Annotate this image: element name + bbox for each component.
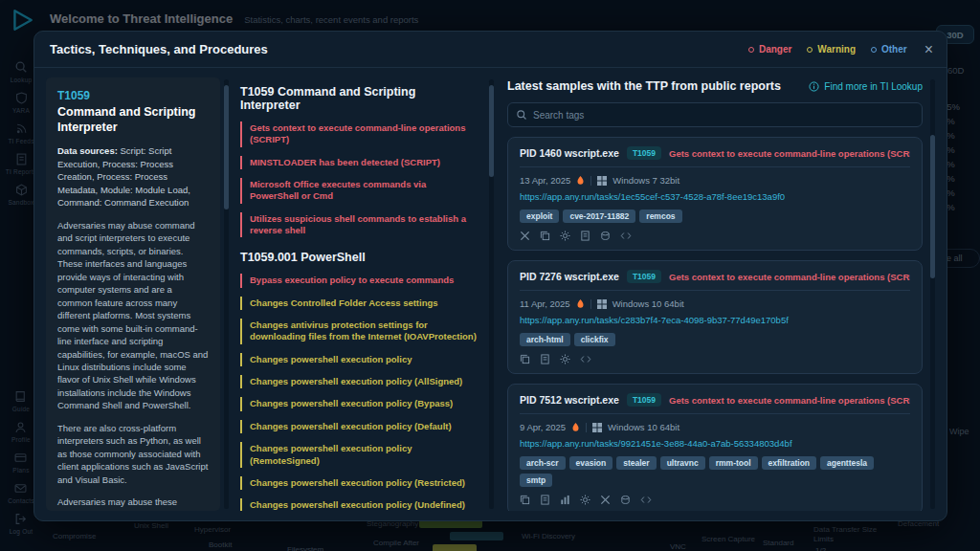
sample-card-header: PID 7276 wscript.exe T1059 Gets context … xyxy=(520,270,910,291)
scrollbar-middle[interactable] xyxy=(489,79,494,509)
tag[interactable]: arch-scr xyxy=(520,456,566,470)
technique-details-panel: T1059 Command and Scripting Interpreter … xyxy=(46,77,220,511)
ttp-item[interactable]: Changes powershell execution policy (Byp… xyxy=(240,397,478,410)
sample-tags: arch-screvasionstealerultravncrmm-toolex… xyxy=(520,456,910,487)
ttp-item[interactable]: Gets context to execute command-line ope… xyxy=(240,121,478,147)
samples-panel-title: Latest samples with the TTP from public … xyxy=(507,79,781,93)
ttp-item[interactable]: Changes powershell execution policy (Def… xyxy=(240,420,478,433)
sample-os: Windows 7 32bit xyxy=(612,175,679,186)
code-icon[interactable] xyxy=(620,231,632,241)
tag[interactable]: cve-2017-11882 xyxy=(563,209,635,223)
samples-list: PID 1460 wscript.exe T1059 Gets context … xyxy=(507,137,923,511)
ttp-item[interactable]: Changes powershell execution policy (All… xyxy=(240,375,478,388)
search-tags-input[interactable] xyxy=(533,110,914,121)
tag[interactable]: remcos xyxy=(639,209,681,223)
win-icon xyxy=(597,176,607,186)
sample-description: Gets context to execute command-line ope… xyxy=(669,148,910,159)
tag[interactable]: clickfix xyxy=(574,333,615,346)
technique-description: Adversaries may abuse command and script… xyxy=(57,219,209,511)
modal-title: Tactics, Techniques, and Procedures xyxy=(50,42,268,56)
sample-card-header: PID 7512 wscript.exe T1059 Gets context … xyxy=(520,393,910,414)
sample-link[interactable]: https://app.any.run/tasks/9921451e-3e88-… xyxy=(520,438,910,449)
sample-process: PID 7276 wscript.exe xyxy=(520,271,619,282)
scrollbar-right[interactable] xyxy=(930,79,935,509)
ttp-item[interactable]: Changes powershell execution policy (Und… xyxy=(240,498,478,511)
tag[interactable]: evasion xyxy=(569,456,613,470)
tag[interactable]: agenttesla xyxy=(820,456,874,470)
gear-icon[interactable] xyxy=(560,231,570,241)
sample-card: PID 1460 wscript.exe T1059 Gets context … xyxy=(507,137,923,251)
info-icon xyxy=(809,81,819,92)
tag[interactable]: exploit xyxy=(520,209,559,223)
tools-icon[interactable] xyxy=(600,495,611,505)
chart-icon[interactable] xyxy=(560,495,570,505)
sample-date: 13 Apr, 2025 xyxy=(520,175,570,186)
tag[interactable]: stealer xyxy=(616,456,656,470)
sample-tags: arch-htmlclickfix xyxy=(520,333,910,346)
ttp-item[interactable]: Utilizes suspicious shell commands to es… xyxy=(240,212,478,238)
ttp-badge[interactable]: T1059 xyxy=(627,270,661,283)
sample-date: 11 Apr, 2025 xyxy=(520,298,570,309)
coins-icon[interactable] xyxy=(620,495,631,505)
sample-actions xyxy=(520,231,910,241)
data-sources: Data sources: Script: Script Execution, … xyxy=(57,144,209,209)
doc-icon[interactable] xyxy=(580,231,590,241)
gear-icon[interactable] xyxy=(580,495,590,505)
ttp-modal: Tactics, Techniques, and Procedures Dang… xyxy=(33,31,947,521)
tag[interactable]: rmm-tool xyxy=(709,456,758,470)
data-sources-label: Data sources: xyxy=(57,145,118,156)
doc-icon[interactable] xyxy=(540,495,550,505)
tag[interactable]: arch-html xyxy=(520,333,570,346)
sample-card-header: PID 1460 wscript.exe T1059 Gets context … xyxy=(520,146,910,167)
code-icon[interactable] xyxy=(640,495,652,505)
code-icon[interactable] xyxy=(580,354,591,364)
flame-icon xyxy=(576,298,585,309)
sample-meta: 9 Apr, 2025 Windows 10 64bit xyxy=(520,422,910,432)
copy-icon[interactable] xyxy=(540,231,550,241)
sample-os: Windows 10 64bit xyxy=(608,422,679,432)
ttp-item[interactable]: MINSTLOADER has been detected (SCRIPT) xyxy=(240,156,478,169)
divider xyxy=(586,423,587,432)
legend-warning: Warning xyxy=(807,44,856,55)
win-icon xyxy=(592,423,602,432)
modal-header: Tactics, Techniques, and Procedures Dang… xyxy=(34,32,947,68)
tag[interactable]: ultravnc xyxy=(660,456,705,470)
gear-icon[interactable] xyxy=(560,354,570,364)
ttp-item[interactable]: Bypass execution policy to execute comma… xyxy=(240,274,478,287)
close-icon[interactable]: × xyxy=(924,42,933,57)
sample-date: 9 Apr, 2025 xyxy=(520,422,566,432)
technique-id[interactable]: T1059 xyxy=(57,89,209,102)
tools-icon[interactable] xyxy=(520,231,530,241)
sample-process: PID 1460 wscript.exe xyxy=(520,147,619,159)
ttp-badge[interactable]: T1059 xyxy=(627,393,661,407)
ttp-section-title: T1059 Command and Scripting Interpreter xyxy=(240,85,478,112)
samples-panel: Latest samples with the TTP from public … xyxy=(498,77,926,511)
sample-link[interactable]: https://app.any.run/tasks/1ec55cef-c537-… xyxy=(520,191,910,202)
ttp-item[interactable]: Changes Controlled Folder Access setting… xyxy=(240,297,478,310)
copy-icon[interactable] xyxy=(520,495,530,505)
ttp-item[interactable]: Changes powershell execution policy (Rem… xyxy=(240,442,478,468)
ttp-item[interactable]: Changes powershell execution policy xyxy=(240,353,478,366)
doc-icon[interactable] xyxy=(540,354,550,364)
find-more-label: Find more in TI Lookup xyxy=(824,81,923,92)
search-icon xyxy=(516,109,527,121)
legend-danger: Danger xyxy=(748,44,791,55)
ttp-badge[interactable]: T1059 xyxy=(627,146,661,160)
search-box xyxy=(507,102,923,127)
sample-meta: 13 Apr, 2025 Windows 7 32bit xyxy=(520,175,910,186)
find-more-link[interactable]: Find more in TI Lookup xyxy=(809,81,923,92)
technique-paragraph: Adversaries may abuse command and script… xyxy=(57,219,209,412)
scrollbar-left[interactable] xyxy=(224,79,229,509)
technique-name: Command and Scripting Interpreter xyxy=(57,105,209,135)
tag[interactable]: exfiltration xyxy=(762,456,816,470)
sample-link[interactable]: https://app.any.run/tasks/c283b7f4-7eca-… xyxy=(520,315,910,325)
tag[interactable]: smtp xyxy=(520,474,552,487)
sample-actions xyxy=(520,495,910,505)
ttp-item[interactable]: Changes antivirus protection settings fo… xyxy=(240,319,478,344)
ttp-item[interactable]: Microsoft Office executes commands via P… xyxy=(240,178,478,204)
ttp-section-title: T1059.001 PowerShell xyxy=(240,251,478,264)
copy-icon[interactable] xyxy=(520,354,530,364)
coins-icon[interactable] xyxy=(600,231,611,241)
divider xyxy=(590,299,591,309)
ttp-item[interactable]: Changes powershell execution policy (Res… xyxy=(240,476,478,490)
